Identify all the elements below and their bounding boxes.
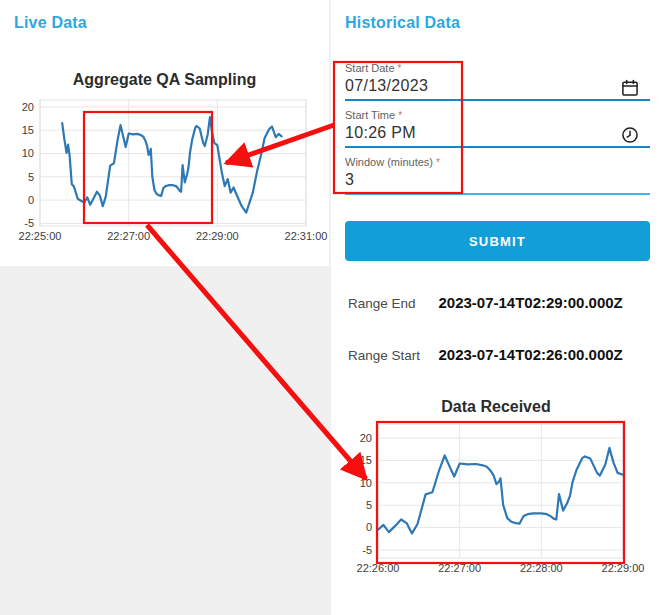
app: Live Data Aggregate QA Sampling 20151050…	[0, 0, 661, 615]
clock-icon[interactable]	[620, 125, 640, 145]
data-received-chart-title: Data Received	[331, 398, 661, 416]
start-date-underline	[345, 99, 650, 101]
start-date-value: 07/13/2023	[345, 77, 650, 95]
svg-text:20: 20	[360, 432, 372, 444]
live-chart-title: Aggregate QA Sampling	[0, 71, 329, 89]
svg-text:-5: -5	[362, 544, 372, 556]
range-start-row: Range Start 2023-07-14T02:26:00.000Z	[348, 346, 623, 364]
historical-data-panel: Historical Data Start Date* 07/13/2023 S…	[331, 0, 661, 615]
range-end-value: 2023-07-14T02:29:00.000Z	[438, 294, 622, 311]
live-data-panel: Live Data Aggregate QA Sampling 20151050…	[0, 0, 329, 266]
range-start-value: 2023-07-14T02:26:00.000Z	[438, 346, 622, 363]
svg-text:10: 10	[360, 477, 372, 489]
start-time-label: Start Time*	[345, 109, 650, 121]
svg-text:0: 0	[28, 194, 34, 206]
start-time-underline	[345, 146, 650, 148]
svg-text:22:27:00: 22:27:00	[107, 230, 150, 242]
window-minutes-label: Window (minutes)*	[345, 156, 650, 168]
range-end-row: Range End 2023-07-14T02:29:00.000Z	[348, 294, 623, 312]
historical-data-header: Historical Data	[345, 14, 460, 32]
required-asterisk: *	[398, 110, 402, 121]
window-minutes-value: 3	[345, 171, 650, 189]
svg-text:22:29:00: 22:29:00	[602, 562, 645, 574]
svg-text:5: 5	[366, 499, 372, 511]
svg-text:5: 5	[28, 171, 34, 183]
svg-text:10: 10	[22, 147, 34, 159]
svg-text:15: 15	[22, 124, 34, 136]
range-start-label: Range Start	[348, 348, 434, 363]
window-minutes-field[interactable]: Window (minutes)* 3	[345, 156, 650, 195]
svg-text:22:26:00: 22:26:00	[357, 562, 400, 574]
svg-text:0: 0	[366, 521, 372, 533]
calendar-icon[interactable]	[620, 78, 640, 98]
live-chart: 20151050-522:25:0022:27:0022:29:0022:31:…	[0, 92, 329, 252]
svg-text:15: 15	[360, 454, 372, 466]
window-minutes-underline	[345, 193, 650, 195]
svg-text:22:28:00: 22:28:00	[520, 562, 563, 574]
start-time-value: 10:26 PM	[345, 124, 650, 142]
svg-text:20: 20	[22, 101, 34, 113]
required-asterisk: *	[436, 157, 440, 168]
svg-text:22:31:00: 22:31:00	[285, 230, 328, 242]
live-data-header: Live Data	[14, 14, 87, 32]
required-asterisk: *	[398, 63, 402, 74]
svg-text:22:27:00: 22:27:00	[438, 562, 481, 574]
svg-text:22:25:00: 22:25:00	[19, 230, 62, 242]
start-date-field[interactable]: Start Date* 07/13/2023	[345, 62, 650, 101]
svg-text:-5: -5	[24, 217, 34, 229]
start-time-field[interactable]: Start Time* 10:26 PM	[345, 109, 650, 148]
submit-button[interactable]: SUBMIT	[345, 221, 650, 261]
range-end-label: Range End	[348, 296, 434, 311]
start-date-label: Start Date*	[345, 62, 650, 74]
data-received-chart: 20151050-522:26:0022:27:0022:28:0022:29:…	[331, 418, 661, 590]
svg-text:22:29:00: 22:29:00	[196, 230, 239, 242]
